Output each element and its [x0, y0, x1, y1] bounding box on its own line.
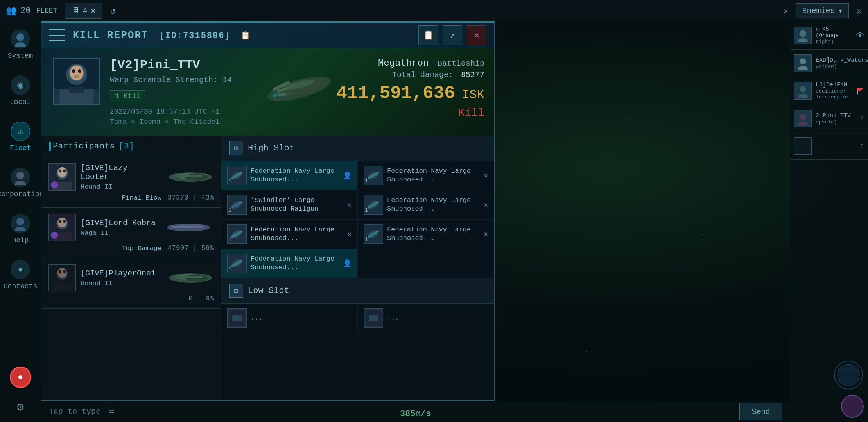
clipboard-button[interactable]: 📋: [418, 25, 438, 45]
participant-ship-visual-2: [163, 266, 214, 290]
top-bar: 👥 20 FLEET 🖥 4 ✕ ↺ ⚔ Enemies ▾ ⚔: [0, 0, 868, 21]
svg-point-51: [63, 220, 66, 223]
slot-item-1[interactable]: 1 Federation Navy Large Snubnosed... ✕: [358, 161, 494, 190]
enemies-chevron: ▾: [838, 6, 843, 16]
slot-icon-5: 1: [364, 224, 383, 244]
ship-class: Battleship: [438, 59, 484, 68]
slot-item-0[interactable]: 1 Federation Navy Large Snubnosed... 👤: [221, 161, 358, 190]
clipboard-icon: 📋: [423, 30, 434, 41]
participant-ship-2: Hound II: [81, 280, 158, 287]
modal-header: KILL REPORT [ID:7315896] 📋 📋 ↗ ✕: [41, 23, 494, 48]
svg-point-3: [15, 181, 26, 185]
enemies-button[interactable]: Enemies ▾: [796, 3, 848, 18]
low-slot-header: ⊟ Low Slot: [221, 278, 494, 304]
svg-point-5: [15, 227, 26, 231]
slot-name-2: 'Swindler' Large Snubnosed Railgun: [251, 196, 343, 213]
close-button[interactable]: ✕: [467, 25, 486, 45]
fleet-indicator[interactable]: 👥 20 FLEET: [6, 5, 57, 16]
participant-details-2: [GIVE]PlayerOne1 Hound II: [81, 269, 158, 287]
sidebar-item-system[interactable]: System: [8, 29, 33, 60]
tab-close-button[interactable]: ✕: [90, 5, 95, 16]
svg-point-1: [15, 42, 26, 47]
svg-point-22: [72, 69, 75, 73]
svg-point-11: [798, 94, 808, 98]
right-panel-header-item[interactable]: n K5 (Orange right) 👁: [790, 21, 868, 50]
slot-name-4: Federation Navy Large Snubnosed...: [251, 225, 343, 243]
svg-rect-27: [69, 87, 84, 93]
slot-item-6[interactable]: 1 Federation Navy Large Snubnosed... 👤: [221, 249, 358, 278]
right-panel-item-1[interactable]: LO]DelFiN ecuitioner Interceptor 🚩: [790, 77, 868, 105]
kill-report-hero: [V2]Pini_TTV Warp Scramble Strength: 14 …: [41, 48, 494, 136]
svg-point-61: [63, 270, 66, 274]
svg-rect-66: [175, 276, 202, 278]
participant-item-0[interactable]: [GIVE]Lazy Looter Hound II Fin: [41, 157, 221, 208]
low-slot-item-1[interactable]: ...: [358, 304, 494, 333]
menu-icon[interactable]: [49, 29, 65, 41]
participants-count: [3]: [118, 141, 134, 151]
blow-label-1: Top Damage: [122, 245, 161, 252]
participant-ship-visual-1: [163, 216, 214, 239]
record-button[interactable]: ●: [10, 367, 31, 388]
sidebar-item-local[interactable]: ◉ Local: [10, 75, 31, 106]
low-slot-name-0: ...: [251, 314, 352, 322]
screen-tab[interactable]: 🖥 4 ✕: [65, 3, 102, 19]
export-button[interactable]: ↗: [443, 25, 462, 45]
rotate-icon[interactable]: ↺: [110, 5, 116, 16]
export-icon: ↗: [450, 30, 455, 41]
tap-to-type-label[interactable]: Tap to type: [49, 407, 100, 416]
send-button[interactable]: Send: [739, 403, 782, 420]
right-panel-item-2[interactable]: 2]Pini_TTV apsule) ↑: [790, 105, 868, 132]
slot-item-2[interactable]: 1 'Swindler' Large Snubnosed Railgun ✕: [221, 190, 358, 220]
filter-icon[interactable]: ⚔: [857, 5, 862, 16]
svg-point-9: [798, 66, 808, 70]
gear-icon[interactable]: ⚙: [17, 400, 24, 414]
slot-mark-0: 👤: [343, 171, 352, 180]
participant-item-2[interactable]: [GIVE]PlayerOne1 Hound II: [41, 258, 221, 309]
modal-title: KILL REPORT [ID:7315896] 📋: [73, 29, 418, 41]
enemies-label: Enemies: [802, 6, 835, 15]
slot-item-5[interactable]: 1 Federation Navy Large Snubnosed... ✕: [358, 220, 494, 249]
tab-count: 4: [82, 6, 87, 15]
low-slot-name-1: ...: [387, 314, 488, 322]
isk-value-container: 411,591,636 ISK: [336, 83, 484, 104]
sidebar-item-corporation[interactable]: Corporation: [0, 168, 43, 198]
kill-report-copy-icon[interactable]: 📋: [240, 31, 251, 40]
participant-top-0: [GIVE]Lazy Looter Hound II: [48, 163, 214, 191]
right-panel-item-0[interactable]: EAD]Dark_Waters ymidan) 👁: [790, 50, 868, 77]
slot-item-4[interactable]: 1 Federation Navy Large Snubnosed... ✕: [221, 220, 358, 249]
damage-info: Total damage: 85277: [336, 70, 484, 79]
participant-ship-1: Naga II: [81, 229, 158, 237]
svg-point-10: [800, 86, 806, 92]
slot-icon-2: 1: [227, 195, 247, 215]
svg-point-12: [800, 114, 806, 120]
kill-report-modal: KILL REPORT [ID:7315896] 📋 📋 ↗ ✕: [41, 21, 495, 401]
participant-avatar-2: [48, 264, 76, 291]
participant-item-1[interactable]: [GIVE]Lord Kobra Naga II Top D: [41, 208, 221, 258]
rp-eye-icon-0: 👁: [856, 31, 864, 40]
participant-ship-visual-0: [163, 165, 214, 189]
menu-icon-bottom[interactable]: ≡: [108, 406, 115, 417]
kill-location: Tama < Isoma < The Citadel: [110, 118, 482, 126]
slot-count-4: 1: [228, 236, 231, 243]
svg-rect-55: [171, 226, 202, 228]
svg-point-13: [798, 122, 808, 126]
ship-name: Megathron: [378, 58, 429, 68]
sidebar-item-help[interactable]: Help: [11, 214, 30, 244]
rp-avatar-0: [794, 27, 812, 44]
top-bar-right: ⚔ Enemies ▾ ⚔: [783, 3, 862, 18]
modal-lower: Participants [3]: [41, 136, 494, 400]
screen-icon: 🖥: [72, 6, 79, 15]
sidebar-item-fleet[interactable]: ⚓ Fleet: [10, 122, 31, 152]
low-slot-item-0[interactable]: ...: [221, 304, 358, 333]
slot-mark-1: ✕: [484, 171, 488, 180]
participant-avatar-1: [48, 214, 76, 241]
header-bar-decoration: [49, 142, 51, 151]
right-panel-item-3[interactable]: ↑: [790, 132, 868, 160]
svg-point-40: [59, 170, 61, 173]
sidebar-item-contacts[interactable]: ● Contacts: [4, 260, 37, 290]
slot-count-0: 1: [228, 178, 231, 184]
slot-item-3[interactable]: 1 Federation Navy Large Snubnosed... ✕: [358, 190, 494, 220]
slot-icon-4: 1: [227, 224, 247, 244]
low-slot-grid: ... ...: [221, 304, 494, 333]
low-slot-title: Low Slot: [248, 286, 289, 296]
